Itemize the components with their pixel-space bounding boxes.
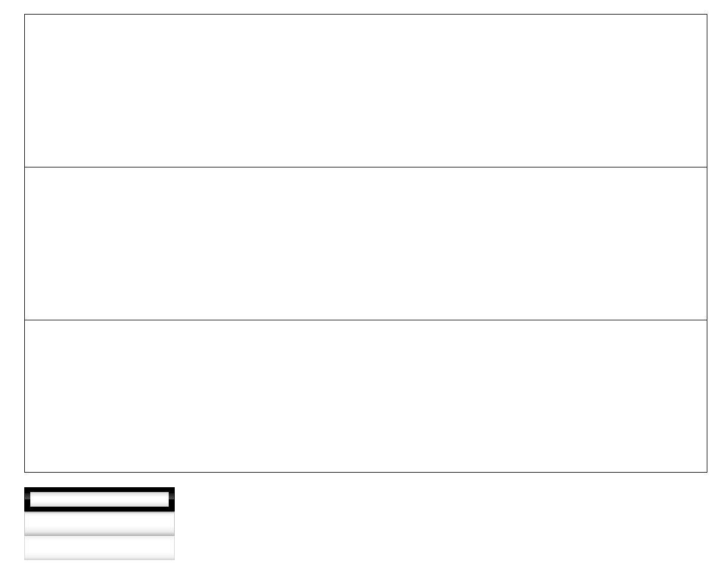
main-panel-container <box>24 14 707 473</box>
button-dark-inner <box>30 492 169 507</box>
panel-divider-1 <box>25 167 707 167</box>
stage <box>0 0 728 577</box>
button-dark[interactable] <box>24 487 175 511</box>
button-stack <box>24 487 175 560</box>
button-light-2[interactable] <box>24 536 175 560</box>
panel-divider-2 <box>25 320 707 320</box>
button-light-1[interactable] <box>24 511 175 536</box>
